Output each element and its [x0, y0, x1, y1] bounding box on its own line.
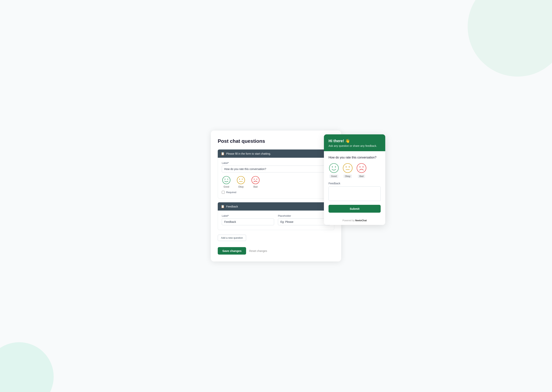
required-checkbox[interactable] — [222, 191, 225, 194]
rating-item-good: Good — [222, 175, 231, 188]
svg-point-1 — [225, 179, 225, 180]
section1: 📋 Please fill in the form to start chatt… — [218, 149, 334, 198]
add-question-button[interactable]: Add a new question — [218, 235, 246, 241]
svg-point-12 — [335, 167, 336, 168]
page-container: Post chat questions 📋 Please fill in the… — [171, 123, 381, 269]
svg-point-7 — [252, 176, 259, 184]
svg-point-13 — [343, 163, 352, 173]
section2-label-input[interactable] — [222, 218, 274, 225]
svg-point-14 — [346, 167, 347, 168]
svg-point-17 — [357, 163, 366, 173]
rating-row: Good Okay — [222, 175, 330, 188]
section2-label-group: Label* — [222, 214, 274, 225]
preview-card: Hi there! 👋 Ask any question or share an… — [324, 134, 385, 225]
svg-point-5 — [242, 179, 243, 180]
preview-bad-smiley-icon — [356, 163, 367, 173]
section1-bar: 📋 Please fill in the form to start chatt… — [218, 149, 334, 158]
section2-placeholder-label: Placeholder — [278, 214, 330, 217]
section2-placeholder-group: Placeholder — [278, 214, 330, 225]
preview-feedback-textarea[interactable] — [328, 186, 381, 201]
bg-circle-top-right — [468, 0, 552, 77]
preview-feedback-label: Feedback — [328, 182, 381, 185]
preview-header: Hi there! 👋 Ask any question or share an… — [324, 134, 385, 151]
section2: 📋 Feedback Label* Placeholder — [218, 202, 334, 230]
section1-bar-label: Please fill in the form to start chattin… — [226, 152, 271, 155]
section2-bar-label: Feedback — [226, 205, 238, 208]
rating-item-okay: Okay — [236, 175, 246, 188]
svg-point-15 — [349, 167, 350, 168]
page-title: Post chat questions — [218, 138, 334, 144]
preview-footer: Powered by NeetoChat — [324, 217, 385, 225]
svg-point-11 — [332, 167, 333, 168]
section1-bar-left: 📋 Please fill in the form to start chatt… — [221, 152, 271, 155]
reset-changes-button[interactable]: Reset changes — [249, 249, 267, 252]
preview-rating-bad[interactable]: Bad — [356, 163, 367, 178]
svg-point-10 — [329, 163, 339, 173]
section1-label-input[interactable] — [222, 166, 330, 172]
bad-label: Bad — [253, 185, 257, 188]
section1-body: Label* Good — [218, 158, 334, 198]
preview-body: How do you rate this conversation? Good — [324, 151, 385, 217]
preview-question: How do you rate this conversation? — [328, 156, 381, 159]
svg-point-4 — [239, 179, 240, 180]
good-smiley-icon — [222, 175, 231, 185]
form-icon-2: 📋 — [221, 205, 225, 208]
section1-label-label: Label* — [222, 161, 330, 164]
preview-bad-label: Bad — [358, 175, 365, 178]
okay-label: Okay — [238, 185, 244, 188]
svg-point-0 — [223, 176, 230, 184]
preview-good-smiley-icon — [328, 163, 339, 173]
section2-bar-left: 📋 Feedback — [221, 205, 238, 208]
section2-label-label: Label* — [222, 214, 274, 217]
section2-body: Label* Placeholder — [218, 210, 334, 230]
bad-smiley-icon — [251, 175, 260, 185]
okay-smiley-icon — [236, 175, 246, 185]
good-label: Good — [224, 185, 229, 188]
save-changes-button[interactable]: Save changes — [218, 247, 246, 255]
main-card: Post chat questions 📋 Please fill in the… — [211, 131, 341, 261]
section2-inputs: Label* Placeholder — [222, 214, 330, 225]
section2-bar: 📋 Feedback — [218, 202, 334, 210]
preview-header-subtitle: Ask any question or share any feedback. — [328, 144, 381, 147]
svg-point-9 — [256, 179, 257, 180]
svg-point-18 — [360, 167, 361, 168]
preview-header-title: Hi there! 👋 — [328, 139, 381, 143]
preview-okay-smiley-icon — [342, 163, 353, 173]
preview-footer-brand: NeetoChat — [355, 219, 367, 222]
preview-submit-button[interactable]: Submit — [328, 205, 381, 213]
section2-placeholder-input[interactable] — [278, 218, 330, 225]
required-label: Required — [226, 191, 236, 194]
form-icon: 📋 — [221, 152, 225, 155]
preview-rating-row: Good Okay — [328, 163, 381, 178]
rating-item-bad: Bad — [251, 175, 260, 188]
preview-rating-okay[interactable]: Okay — [342, 163, 353, 178]
preview-rating-good[interactable]: Good — [328, 163, 339, 178]
preview-okay-label: Okay — [343, 175, 352, 178]
svg-point-19 — [363, 167, 363, 168]
required-row: Required — [222, 191, 330, 194]
preview-footer-text: Powered by — [342, 219, 355, 222]
preview-good-label: Good — [329, 175, 338, 178]
footer-buttons: Save changes Reset changes — [218, 247, 334, 255]
bg-circle-bottom-left — [0, 342, 54, 392]
svg-point-2 — [227, 179, 228, 180]
svg-point-8 — [254, 179, 254, 180]
svg-point-3 — [237, 176, 245, 184]
